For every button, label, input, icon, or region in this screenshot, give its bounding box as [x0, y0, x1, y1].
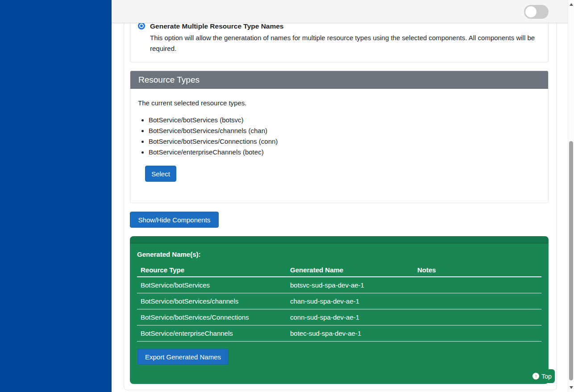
- multiple-resource-radio[interactable]: [140, 25, 143, 27]
- resource-types-card: Resource Types The current selected reso…: [130, 71, 549, 203]
- generated-names-table: Reource Type Generated Name Notes BotSer…: [137, 263, 541, 342]
- table-row: BotService/botServices/Connections conn-…: [137, 309, 541, 325]
- cell-generated-name: chan-sud-spa-dev-ae-1: [287, 293, 414, 309]
- generated-names-title: Generated Name(s):: [137, 250, 541, 259]
- cell-resource-type: BotService/enterpriseChannels: [137, 325, 287, 342]
- cell-generated-name: botec-sud-spa-dev-ae-1: [287, 325, 414, 342]
- sidebar-nav: [0, 0, 112, 392]
- list-item: BotService/botServices/Connections (conn…: [149, 136, 541, 147]
- list-item: BotService/botServices/channels (chan): [149, 125, 541, 136]
- resource-types-title: Resource Types: [138, 75, 200, 85]
- page-container-card: Generate Multiple Resource Type Names Th…: [124, 0, 557, 390]
- topbar: [112, 0, 568, 23]
- table-row: BotService/enterpriseChannels botec-sud-…: [137, 325, 541, 342]
- cell-generated-name: conn-sud-spa-dev-ae-1: [287, 309, 414, 325]
- export-generated-names-button[interactable]: Export Generated Names: [137, 349, 229, 365]
- table-header-row: Reource Type Generated Name Notes: [137, 263, 541, 277]
- cell-notes: [414, 325, 541, 342]
- toggle-knob-icon: [525, 6, 537, 17]
- multiple-resource-description: This option will allow the generatation …: [150, 33, 539, 54]
- table-row: BotService/botServices/channels chan-sud…: [137, 293, 541, 309]
- selected-resource-types-list: BotService/botServices (botsvc) BotServi…: [138, 115, 541, 158]
- scrollbar-thumb[interactable]: [569, 141, 573, 380]
- cell-resource-type: BotService/botServices/Connections: [137, 309, 287, 325]
- column-header-notes: Notes: [414, 263, 541, 277]
- main-content: Generate Multiple Resource Type Names Th…: [112, 0, 568, 392]
- cell-notes: [414, 277, 541, 293]
- resource-types-card-header: Resource Types: [130, 71, 548, 89]
- cell-resource-type: BotService/botServices/channels: [137, 293, 287, 309]
- column-header-resource-type: Reource Type: [137, 263, 287, 277]
- cell-generated-name: botsvc-sud-spa-dev-ae-1: [287, 277, 414, 293]
- cell-notes: [414, 309, 541, 325]
- generated-names-panel: Generated Name(s): Reource Type Generate…: [130, 236, 549, 384]
- theme-toggle-switch[interactable]: [524, 5, 549, 19]
- scroll-to-top-button[interactable]: ↑ Top: [529, 369, 555, 383]
- cell-resource-type: BotService/botServices: [137, 277, 287, 293]
- column-header-generated-name: Generated Name: [287, 263, 414, 277]
- arrow-up-circle-icon: ↑: [532, 373, 539, 379]
- list-item: BotService/enterpriseChannels (botec): [149, 147, 541, 158]
- top-button-label: Top: [541, 373, 552, 380]
- scrollbar-up-arrow-icon[interactable]: [570, 3, 573, 6]
- generated-names-panel-header: [130, 236, 549, 243]
- show-hide-components-button[interactable]: Show/Hide Components: [130, 212, 219, 228]
- vertical-scrollbar[interactable]: [568, 0, 574, 392]
- cell-notes: [414, 293, 541, 309]
- list-item: BotService/botServices (botsvc): [149, 115, 541, 125]
- table-row: BotService/botServices botsvc-sud-spa-de…: [137, 277, 541, 293]
- scrollbar-down-arrow-icon[interactable]: [570, 386, 573, 389]
- resource-types-description: The current selected resource types.: [138, 99, 541, 108]
- select-resource-types-button[interactable]: Select: [145, 166, 176, 182]
